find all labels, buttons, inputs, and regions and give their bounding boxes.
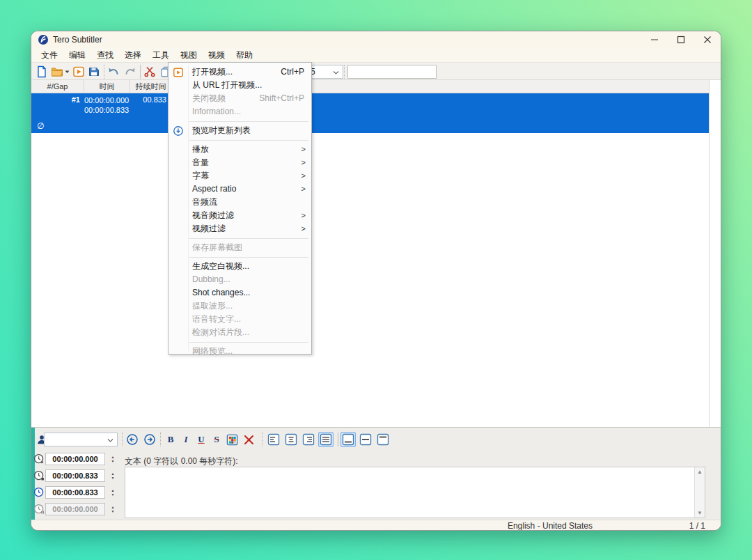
valign-middle-button[interactable] (358, 432, 373, 447)
title-bar: Tero Subtitler (31, 31, 721, 48)
menu-separator (169, 339, 311, 345)
menu-item-15: 保存屏幕截图 (169, 241, 311, 254)
strikethrough-button[interactable]: S (209, 432, 224, 447)
menubar-item-2[interactable]: 查找 (91, 48, 119, 63)
menu-item-label: 打开视频... (192, 67, 233, 77)
menu-item-label: 提取波形... (192, 301, 233, 311)
new-file-button[interactable] (36, 65, 48, 78)
menu-item-12[interactable]: 视音频过滤> (169, 209, 311, 222)
menu-separator (169, 235, 311, 241)
valign-bottom-button[interactable] (340, 432, 356, 447)
underline-button[interactable]: U (194, 432, 209, 447)
menu-separator (169, 118, 311, 124)
column-header-gap[interactable]: #/Gap (31, 80, 84, 93)
italic-button[interactable]: I (178, 432, 194, 447)
duration-time-field[interactable]: 00:00:00.833 (45, 486, 105, 499)
menu-item-9[interactable]: 字幕> (169, 169, 311, 182)
chevron-down-icon (107, 435, 117, 444)
menu-item-label: Information... (192, 107, 241, 116)
search-input[interactable] (347, 65, 437, 79)
clock-end-icon (33, 470, 45, 481)
maximize-button[interactable] (668, 31, 694, 48)
next-entry-button[interactable] (142, 432, 157, 447)
menu-item-3: Information... (169, 105, 311, 118)
menu-item-11[interactable]: 音频流 (169, 196, 311, 209)
subtitle-row-selected[interactable]: #1 00:00:00.000 00:00:00.833 00.833 ∅ (31, 93, 709, 133)
menu-item-label: Dubbing... (192, 274, 230, 284)
open-dropdown-caret-icon[interactable] (64, 65, 70, 78)
menu-item-label: 关闭视频 (192, 93, 226, 103)
text-scrollbar[interactable]: ▲ ▼ (694, 467, 705, 518)
menu-item-5[interactable]: 预览时更新列表 (169, 124, 311, 137)
menu-separator (169, 254, 311, 260)
menu-item-shortcut: Shift+Ctrl+P (259, 92, 304, 105)
start-spinner[interactable]: ▲▼ (109, 453, 117, 465)
menubar-item-7[interactable]: 帮助 (230, 48, 258, 63)
menu-item-1[interactable]: 从 URL 打开视频... (169, 79, 311, 92)
valign-top-button[interactable] (375, 432, 391, 447)
menu-item-2: 关闭视频Shift+Ctrl+P (169, 92, 311, 105)
column-header-duration[interactable]: 持续时间 (130, 80, 172, 93)
menu-item-7[interactable]: 播放> (169, 143, 311, 156)
menu-item-19[interactable]: Shot changes... (169, 286, 311, 300)
menubar-item-3[interactable]: 选择 (119, 48, 147, 63)
menubar-item-6[interactable]: 视频 (203, 48, 230, 63)
submenu-arrow-icon: > (301, 156, 306, 169)
save-button[interactable] (88, 65, 100, 78)
end-spinner[interactable]: ▲▼ (109, 469, 117, 482)
scroll-up-icon[interactable]: ▲ (697, 469, 703, 475)
align-right-button[interactable] (301, 432, 316, 447)
grid-header: #/Gap 时间 持续时间 (31, 80, 709, 93)
menubar-item-0[interactable]: 文件 (36, 48, 63, 63)
actor-combobox[interactable] (44, 433, 118, 446)
menu-item-label: 生成空白视频... (192, 261, 249, 271)
row-times: 00:00:00.000 00:00:00.833 (84, 95, 130, 115)
menu-item-17[interactable]: 生成空白视频... (169, 260, 311, 273)
menu-item-13[interactable]: 视频过滤> (169, 222, 311, 235)
scroll-down-icon[interactable]: ▼ (697, 510, 703, 516)
status-counter: 1 / 1 (689, 521, 705, 531)
chevron-down-icon (333, 67, 343, 77)
align-justify-button[interactable] (318, 432, 334, 447)
menu-item-10[interactable]: Aspect ratio> (169, 182, 311, 196)
menu-item-label: Shot changes... (192, 288, 250, 297)
clock-pause-icon (33, 504, 45, 515)
menu-item-0[interactable]: 打开视频...Ctrl+P (169, 65, 311, 79)
menu-item-8[interactable]: 音量> (169, 156, 311, 169)
align-left-button[interactable] (266, 432, 281, 447)
redo-button[interactable] (124, 65, 136, 78)
menubar-item-5[interactable]: 视图 (175, 48, 203, 63)
row-duration: 00.833 (130, 95, 172, 104)
menu-item-label: Aspect ratio (192, 184, 236, 194)
align-center-button[interactable] (283, 432, 299, 447)
close-button[interactable] (694, 31, 721, 48)
previous-entry-button[interactable] (125, 432, 140, 447)
desktop-background: Tero Subtitler 文件编辑查找选择工具视图视频帮助 (0, 0, 752, 560)
open-folder-button[interactable] (51, 65, 63, 78)
undo-button[interactable] (107, 65, 120, 78)
pause-spinner[interactable]: ▲▼ (109, 503, 117, 515)
text-counter-label: 文本 (0 字符以 0.00 每秒字符): (125, 456, 238, 467)
empty-set-icon: ∅ (37, 121, 44, 131)
status-language: English - United States (508, 521, 593, 531)
menu-item-label: 预览时更新列表 (192, 125, 251, 135)
duration-spinner[interactable]: ▲▼ (109, 486, 117, 499)
font-color-button[interactable] (224, 432, 240, 447)
column-header-time[interactable]: 时间 (84, 80, 130, 93)
start-time-field[interactable]: 00:00:00.000 (45, 453, 105, 465)
end-time-field[interactable]: 00:00:00.833 (45, 469, 105, 482)
submenu-arrow-icon: > (301, 209, 306, 222)
menu-item-21: 语音转文字... (169, 313, 311, 326)
menubar-item-4[interactable]: 工具 (147, 48, 175, 63)
cut-button[interactable] (143, 65, 156, 78)
menu-item-label: 网络预览... (192, 346, 233, 356)
video-menu-popup: 打开视频...Ctrl+P从 URL 打开视频...关闭视频Shift+Ctrl… (168, 62, 312, 355)
subtitle-text-area[interactable]: ▲ ▼ (125, 467, 705, 518)
minimize-button[interactable] (641, 31, 668, 48)
clear-format-button[interactable] (241, 432, 256, 447)
grid-empty-area[interactable] (31, 133, 721, 427)
submenu-arrow-icon: > (301, 143, 306, 156)
menubar-item-1[interactable]: 编辑 (63, 48, 91, 63)
open-video-button[interactable] (72, 65, 85, 78)
bold-button[interactable]: B (163, 432, 178, 447)
